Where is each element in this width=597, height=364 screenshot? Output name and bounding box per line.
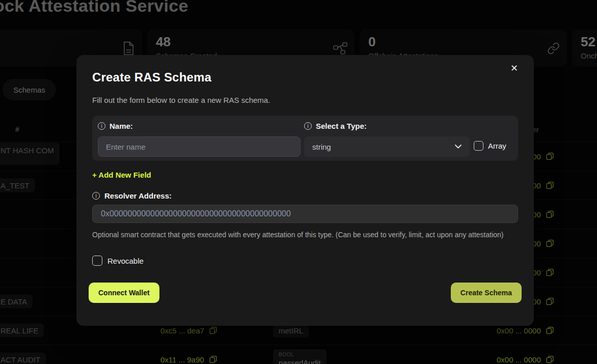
app-screen: ock Attestation Service 48 Schemas Creat… bbox=[0, 0, 597, 364]
info-icon bbox=[92, 192, 100, 200]
resolver-address-input[interactable] bbox=[92, 205, 518, 223]
create-schema-button[interactable]: Create Schema bbox=[451, 283, 522, 303]
type-select-value: string bbox=[312, 143, 455, 151]
modal-title: Create RAS Schema bbox=[92, 70, 518, 85]
revocable-checkbox-label: Revocable bbox=[107, 257, 144, 265]
info-icon bbox=[304, 122, 312, 130]
type-field-label-row: Select a Type: bbox=[304, 122, 470, 130]
type-field-group: Select a Type: string bbox=[304, 122, 470, 157]
name-field-label-row: Name: bbox=[98, 122, 301, 130]
resolver-address-label: Resolver Address: bbox=[104, 191, 172, 200]
type-field-label: Select a Type: bbox=[316, 122, 367, 130]
name-field-label: Name: bbox=[110, 122, 133, 130]
resolver-help-text: Optional smart contract that gets execut… bbox=[92, 230, 505, 240]
revocable-checkbox-group: Revocable bbox=[92, 256, 518, 266]
name-input[interactable] bbox=[98, 136, 301, 157]
connect-wallet-button[interactable]: Connect Wallet bbox=[89, 283, 159, 303]
array-checkbox-label: Array bbox=[488, 142, 506, 150]
type-select[interactable]: string bbox=[304, 136, 470, 157]
close-icon[interactable]: ✕ bbox=[508, 62, 520, 75]
add-new-field-button[interactable]: + Add New Field bbox=[92, 171, 151, 179]
chevron-down-icon bbox=[455, 145, 462, 149]
schema-field-panel: Name: Select a Type: string Array bbox=[92, 116, 518, 161]
array-checkbox[interactable] bbox=[474, 141, 483, 151]
resolver-label-row: Resolver Address: bbox=[92, 191, 518, 200]
array-checkbox-group: Array bbox=[474, 141, 506, 151]
modal-footer: Connect Wallet Create Schema bbox=[89, 283, 522, 303]
modal-subtitle: Fill out the form below to create a new … bbox=[92, 96, 518, 104]
revocable-checkbox[interactable] bbox=[92, 256, 102, 266]
create-schema-modal: ✕ Create RAS Schema Fill out the form be… bbox=[76, 55, 534, 326]
info-icon bbox=[98, 122, 105, 130]
name-field-group: Name: bbox=[98, 122, 301, 157]
